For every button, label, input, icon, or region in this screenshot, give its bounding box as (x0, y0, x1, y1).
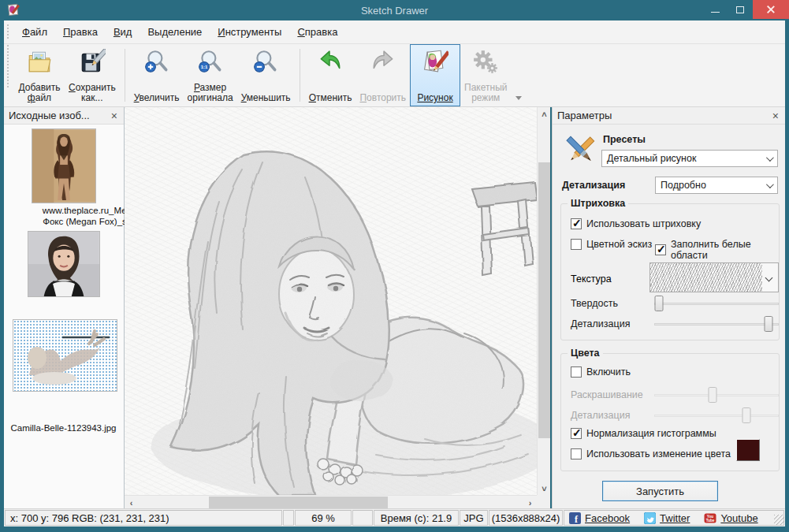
thumbnail-megan-fox[interactable]: www.theplace.ru_Меган Фокс (Megan Fox)_s… (32, 128, 96, 206)
colorize-slider-thumb[interactable] (709, 387, 717, 403)
texture-preview (650, 263, 762, 292)
normalize-histogram-checkbox[interactable] (571, 428, 582, 439)
minimize-icon (711, 12, 720, 13)
toolbar-overflow-chevron[interactable] (515, 96, 522, 100)
image-canvas: ˄ ˅ ‹ › (125, 107, 550, 508)
presets-pencils-icon (562, 132, 598, 169)
color-change-swatch[interactable] (736, 439, 760, 461)
menu-help[interactable]: Справка (289, 23, 345, 41)
status-dimensions: (1536x888x24) (489, 510, 563, 526)
detail-label: Детализация (562, 180, 625, 191)
status-empty2 (352, 510, 373, 526)
panel-close-icon[interactable]: × (108, 110, 121, 121)
status-bar: x: 700 y: 796 RGB: (231, 231, 231) 69 % … (4, 508, 785, 526)
hatching-group: Штриховка Использовать штриховку Цветной… (560, 203, 780, 340)
colorize-slider[interactable] (654, 387, 779, 403)
hatch-detail-label: Детализация (571, 318, 654, 329)
scroll-right-arrow[interactable]: › (523, 496, 537, 509)
drawing-icon (422, 49, 448, 76)
add-file-button[interactable]: Добавитьфайл (14, 44, 65, 106)
thumbnail-camilla-belle-caption: Camilla-Belle-1123943.jpg (4, 422, 123, 433)
svg-text:Tube: Tube (706, 519, 715, 523)
original-size-icon: 1:1 (197, 49, 224, 76)
parameters-panel: Параметры × Пресеты Детальный рисунок Де… (552, 107, 785, 508)
hardness-label: Твердость (571, 298, 654, 309)
scrollbar-corner (537, 495, 550, 508)
chevron-down-icon3 (765, 273, 773, 281)
twitter-link[interactable]: Twitter (644, 512, 690, 524)
toolbar-grip (6, 24, 10, 39)
use-hatching-checkbox[interactable] (571, 218, 582, 229)
horizontal-scroll-thumb[interactable] (209, 497, 388, 508)
parameters-title: Параметры (557, 110, 612, 121)
fill-white-checkbox[interactable] (655, 244, 666, 255)
save-as-button[interactable]: Сохранитькак... (65, 44, 120, 106)
resize-grip[interactable] (774, 515, 784, 525)
use-color-change-checkbox[interactable] (571, 448, 582, 459)
facebook-label: Facebook (585, 512, 630, 524)
youtube-link[interactable]: You Tube Youtube (704, 512, 757, 524)
menu-tools[interactable]: Инструменты (210, 23, 289, 41)
batch-mode-button[interactable]: Пакетныйрежим (460, 44, 511, 106)
preset-select[interactable]: Детальный рисунок (601, 150, 778, 167)
source-images-panel: Исходные изоб... × www.theplace.ru_Меган… (4, 107, 125, 508)
minimize-button[interactable] (702, 0, 728, 19)
fill-white-label: Заполнить белые области (671, 239, 779, 261)
hatch-detail-slider[interactable] (654, 316, 779, 332)
color-sketch-label: Цветной эскиз (586, 239, 652, 250)
close-button[interactable] (753, 0, 789, 19)
run-button[interactable]: Запустить (602, 481, 718, 501)
enable-colors-label: Включить (586, 366, 631, 378)
hardness-slider-thumb[interactable] (655, 296, 664, 311)
menu-selection[interactable]: Выделение (140, 23, 210, 41)
status-empty1 (283, 510, 294, 526)
thumbnail-20jpg-selected[interactable]: 20.jpg (13, 319, 117, 392)
hatch-detail-slider-thumb[interactable] (765, 316, 773, 332)
vertical-scrollbar[interactable]: ˄ ˅ (537, 107, 550, 495)
original-size-button[interactable]: 1:1 Размероригинала (184, 44, 237, 106)
colors-group-label: Цвета (568, 348, 603, 359)
maximize-button[interactable] (728, 0, 753, 19)
menu-view[interactable]: Вид (106, 23, 140, 41)
scroll-down-arrow[interactable]: ˅ (538, 482, 551, 495)
colors-detail-slider[interactable] (654, 407, 779, 423)
zoom-out-button[interactable]: Уменьшить (237, 44, 295, 106)
twitter-icon (644, 512, 656, 524)
batch-mode-icon (472, 49, 499, 76)
thumbnail-camilla-belle[interactable]: Camilla-Belle-1123943.jpg (28, 231, 100, 300)
detail-select[interactable]: Подробно (655, 177, 778, 194)
enable-colors-checkbox[interactable] (571, 366, 582, 378)
batch-mode-label2: режим (464, 93, 507, 103)
hardness-slider[interactable] (654, 296, 779, 311)
title-bar: Sketch Drawer (0, 0, 789, 20)
add-file-icon (26, 49, 53, 76)
youtube-icon: You Tube (704, 512, 716, 524)
normalize-histogram-label: Нормализация гистограммы (586, 428, 716, 439)
twitter-label: Twitter (660, 512, 690, 524)
color-sketch-checkbox[interactable] (571, 239, 582, 250)
menu-edit[interactable]: Правка (55, 23, 106, 41)
colorize-label: Раскрашивание (571, 389, 654, 400)
parameters-close-icon[interactable]: × (769, 110, 782, 121)
undo-button[interactable]: Отменить (305, 44, 356, 106)
redo-label: Повторить (359, 93, 406, 103)
toolbar-grip2 (6, 44, 10, 87)
redo-button[interactable]: Повторить (355, 44, 410, 106)
drawing-button[interactable]: Рисунок (410, 44, 460, 106)
use-color-change-label: Использовать изменение цвета (586, 448, 731, 459)
close-icon (766, 5, 776, 14)
sketch-image[interactable] (125, 107, 537, 495)
facebook-link[interactable]: f Facebook (569, 512, 630, 524)
colors-detail-slider-thumb[interactable] (742, 407, 750, 423)
horizontal-scrollbar[interactable]: ‹ › (125, 495, 537, 508)
zoom-in-button[interactable]: Увеличить (130, 44, 184, 106)
vertical-scroll-thumb[interactable] (538, 162, 550, 438)
zoom-out-label: Уменьшить (241, 93, 291, 103)
run-button-label: Запустить (636, 485, 684, 497)
menu-file[interactable]: Файл (14, 23, 55, 41)
texture-select[interactable] (649, 262, 779, 292)
hatch-detail-groove (654, 323, 779, 326)
scroll-left-arrow[interactable]: ‹ (125, 496, 138, 509)
status-zoom-level: 69 % (295, 510, 352, 526)
scroll-up-arrow[interactable]: ˄ (538, 107, 551, 121)
